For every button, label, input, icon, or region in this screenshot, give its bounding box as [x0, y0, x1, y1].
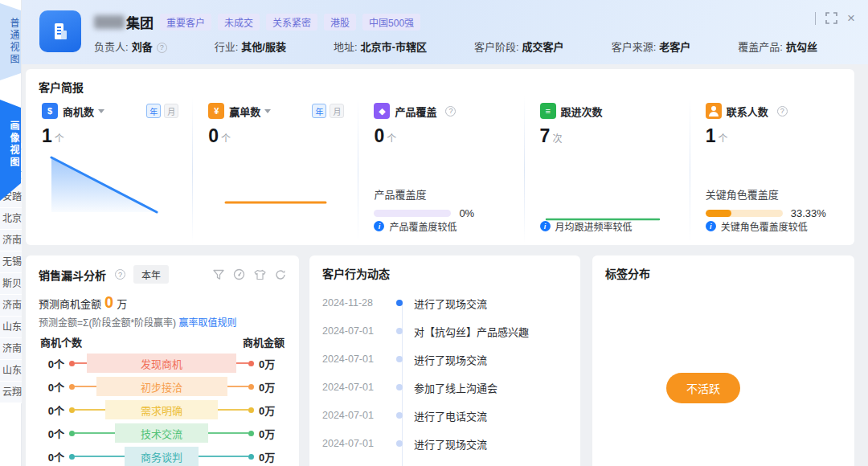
tag-distribution-title: 标签分布	[605, 265, 841, 281]
timeline-event: 2024-07-01参加了线上沟通会	[322, 378, 567, 396]
customer-briefing-panel: 客户简报 $ 商机数 年 月 1个	[26, 69, 854, 245]
company-name-redacted-block	[94, 15, 125, 29]
field-address: 地址:北京市-市辖区	[334, 39, 427, 54]
followup-icon: ≡	[540, 103, 556, 119]
stat-value: 7次	[540, 125, 676, 147]
alert-followup-low: i 月均跟进频率较低	[540, 219, 633, 233]
info-icon: i	[540, 221, 551, 231]
funnel-stage-demand-clear: 0个 需求明确 0万	[39, 400, 286, 419]
contact-icon	[706, 103, 722, 119]
customer-fields: 负责人:刘备? 行业:其他/服装 地址:北京市-市辖区 客户阶段:成交客户 客户…	[94, 39, 817, 54]
column-opportunity-count: 商机个数	[40, 334, 82, 350]
customer-tag: 关系紧密	[266, 14, 317, 31]
customer-tag: 未成交	[218, 14, 260, 31]
timeline-event: 2024-07-01进行了现场交流	[322, 350, 567, 368]
toggle-year[interactable]: 年	[312, 104, 326, 118]
customer-tag: 港股	[324, 14, 356, 31]
help-icon[interactable]: ?	[445, 106, 456, 117]
tab-normal-view[interactable]: 普通视图	[0, 3, 21, 80]
list-item[interactable]: 云翔	[0, 382, 22, 403]
timeline-event: 2024-07-01参加了线上沟通会	[322, 463, 567, 466]
followup-trend-chart	[538, 153, 675, 222]
list-item[interactable]: 无锡	[0, 251, 22, 273]
column-opportunity-amount: 商机金额	[243, 334, 285, 350]
list-item[interactable]: 济南	[0, 230, 22, 251]
company-avatar	[39, 10, 81, 52]
field-owner: 负责人:刘备?	[94, 39, 167, 54]
win-trend-chart	[207, 153, 343, 222]
help-icon[interactable]: ?	[157, 43, 167, 53]
chevron-down-icon[interactable]	[98, 109, 104, 113]
stat-card-wins: ¥ 赢单数 年 月 0个	[191, 96, 357, 243]
filter-icon[interactable]	[213, 269, 224, 280]
funnel-stage-tech-exchange: 0个 技术交流 0万	[39, 423, 286, 443]
stat-card-followups: ≡ 跟进次数 7次 i 月均跟进频率较低	[523, 96, 689, 243]
briefing-title: 客户简报	[26, 77, 854, 95]
list-item[interactable]: 山东	[0, 360, 22, 382]
stat-label: 产品覆盖	[395, 104, 436, 119]
toggle-month[interactable]: 月	[330, 104, 344, 118]
funnel-title: 销售漏斗分析	[39, 267, 106, 283]
timeline-event: 2024-07-01进行了电话交流	[322, 407, 567, 424]
alert-key-role-low: i 关键角色覆盖度较低	[706, 219, 808, 233]
close-icon[interactable]: ×	[847, 11, 855, 25]
list-item[interactable]: 斯贝	[0, 273, 22, 295]
forecast-formula: 预测金额=Σ(阶段金额*阶段赢率) 赢率取值规则	[39, 315, 286, 329]
refresh-icon[interactable]	[275, 269, 286, 280]
alert-product-coverage-low: i 产品覆盖度较低	[374, 219, 457, 233]
product-coverage-icon: ◆	[374, 103, 390, 119]
stat-value: 1个	[42, 125, 178, 147]
timeline-dot	[396, 412, 403, 419]
funnel-stage-discover: 0个 发现商机 0万	[39, 354, 286, 373]
field-products: 覆盖产品:抗勾丝	[738, 39, 817, 54]
customer-behavior-panel: 客户行为动态 2024-11-28进行了现场交流 2024-07-01对【抗勾丝…	[309, 255, 580, 466]
coverage-label: 产品覆盖度	[374, 186, 426, 202]
field-industry: 行业:其他/服装	[215, 39, 286, 54]
chevron-down-icon[interactable]	[264, 109, 271, 113]
list-item[interactable]: 北京	[0, 208, 22, 230]
fullscreen-icon[interactable]	[825, 12, 837, 24]
key-role-coverage-label: 关键角色覆盖度	[706, 186, 779, 202]
building-icon	[49, 20, 72, 43]
coverage-percent: 0%	[459, 207, 474, 219]
timeline-event: 2024-07-01对【抗勾丝】产品感兴趣	[322, 322, 567, 340]
period-selector[interactable]: 本年	[133, 265, 169, 284]
stat-label: 商机数	[63, 104, 94, 119]
gauge-icon[interactable]	[233, 268, 245, 280]
list-item[interactable]: 济南	[0, 338, 22, 360]
tag-inactive[interactable]: 不活跃	[666, 373, 740, 403]
stat-card-opportunities: $ 商机数 年 月 1个	[26, 96, 191, 243]
stat-value: 0个	[208, 125, 344, 147]
key-role-percent: 33.33%	[791, 207, 826, 219]
forecast-amount: 预测商机金额 0 万	[39, 294, 286, 311]
timeline-dot	[396, 356, 403, 362]
coverage-progressbar	[374, 210, 451, 217]
funnel-stage-negotiation: 0个 商务谈判 0万	[39, 447, 286, 466]
shirt-icon[interactable]	[254, 269, 266, 280]
opportunity-icon: $	[42, 103, 58, 119]
timeline-dot	[396, 328, 403, 334]
opportunity-trend-chart	[40, 153, 177, 222]
list-item[interactable]: 山东	[0, 317, 22, 338]
info-icon: i	[706, 221, 716, 231]
list-item[interactable]: 济南	[0, 295, 22, 317]
win-icon: ¥	[208, 103, 224, 119]
help-icon[interactable]: ?	[777, 106, 788, 117]
customer-tag: 重要客户	[160, 14, 211, 31]
win-rate-rule-link[interactable]: 赢率取值规则	[178, 317, 236, 329]
divider	[815, 12, 816, 25]
toggle-year[interactable]: 年	[146, 104, 161, 118]
key-role-progressbar	[706, 210, 783, 217]
timeline-dot	[396, 384, 403, 390]
stat-label: 跟进次数	[561, 104, 603, 119]
help-icon[interactable]: ?	[115, 269, 125, 280]
info-icon: i	[374, 221, 384, 231]
tag-distribution-panel: 标签分布 不活跃	[592, 255, 854, 466]
stat-card-contacts: 联系人数 ? 1个 关键角色覆盖度 33.33% i 关键角色覆盖度较低	[689, 96, 854, 243]
timeline-dot	[396, 300, 403, 306]
toggle-month[interactable]: 月	[164, 104, 178, 118]
funnel-stage-initial-contact: 0个 初步接洽 0万	[39, 377, 286, 396]
field-source: 客户来源:老客户	[612, 39, 691, 54]
tab-portrait-view[interactable]: 画像视图	[0, 100, 21, 201]
customer-header: 集团 重要客户 未成交 关系紧密 港股 中国500强 负责人:刘备? 行业:其他…	[22, 0, 868, 64]
